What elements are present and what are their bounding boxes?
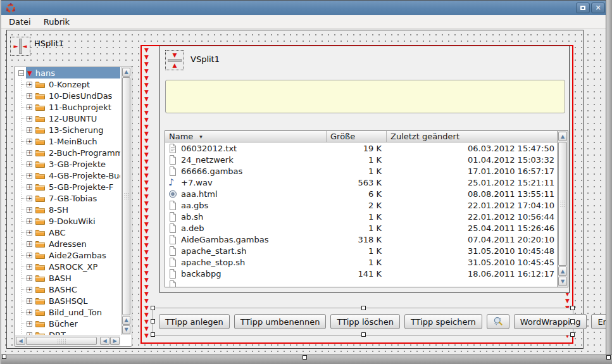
selection-handle[interactable] [570,332,575,337]
expand-box[interactable]: + [27,253,32,258]
wordwrapping-button[interactable]: WordWrapping [514,314,587,329]
vsplit-icon[interactable]: ▼ ▲ [165,50,184,70]
tree-vscroll-thumb[interactable] [122,77,130,315]
column-header-name[interactable]: Name ▾ [165,131,327,142]
expand-box[interactable]: + [27,321,32,327]
selection-handle[interactable] [151,319,155,323]
button-panel[interactable]: TTipp anlegenTTipp umbenennenTTipp lösch… [153,308,573,336]
expand-box[interactable]: + [27,310,32,315]
expand-box[interactable]: + [27,93,32,99]
scroll-left-icon[interactable]: ◀ [100,337,109,345]
tree-root-row[interactable]: − ▼ hans [15,67,120,78]
table-row[interactable]: ♪+7.wav563 K25.01.2012 15:21:11 [165,177,557,188]
menu-rubrik[interactable]: Rubrik [37,16,76,28]
tree-item[interactable]: +2-Buch-Programme [15,147,120,158]
expand-box[interactable]: + [27,127,32,133]
magnifier-button[interactable] [487,314,509,329]
tree-item[interactable]: +Bücher [15,318,120,329]
form-designer-surface[interactable]: ► ◄ HSplit1 − ▼ hans +0-Konzept+10-DiesU… [1,29,607,355]
expand-box[interactable]: + [27,241,32,247]
form-resize-handle[interactable] [303,355,307,360]
expand-box[interactable]: + [27,161,32,167]
tree-item[interactable]: +Adressen [15,238,120,249]
table-row[interactable]: 24_netzwerk1 K01.04.2012 15:03:32 [165,154,557,165]
ttipp-speichern-button[interactable]: TTipp speichern [404,314,482,329]
expand-box[interactable]: + [27,332,32,336]
close-button[interactable]: ✕ [591,3,605,13]
tree-item[interactable]: +BASHSQL [15,295,120,306]
table-row[interactable]: AideGambas.gambas318 K07.04.2011 20:20:1… [165,234,557,245]
tree-item[interactable]: +0-Konzept [15,78,120,90]
tree-item[interactable]: +5-GB-Projekte-F [15,181,120,192]
expand-box[interactable]: + [27,184,32,190]
tree-item[interactable]: +10-DiesUndDas [15,90,120,101]
table-row[interactable]: apache_start.sh1 K31.05.2010 10:45:48 [165,245,557,256]
tree-item[interactable]: +Bild_und_Ton [15,306,120,318]
tree-item[interactable]: +9-DokuWiki [15,215,120,227]
table-row[interactable]: apache_stop.sh1 K31.05.2010 10:45:45 [165,256,557,268]
tree-item[interactable]: +4-GB-Projekte-Buch [15,170,120,181]
expand-box[interactable]: + [27,264,32,270]
ttipp-l-schen-button[interactable]: TTipp löschen [330,314,399,329]
expand-box[interactable]: + [27,173,32,179]
scroll-up-icon[interactable]: ▲ [558,267,567,276]
table-row[interactable]: 66666.gambas1 K17.01.2010 16:57:17 [165,165,557,177]
scroll-up-icon[interactable]: ▲ [122,316,130,325]
table-row[interactable]: aa.gbs2 K22.01.2012 17:04:10 [165,199,557,211]
expand-box[interactable]: + [27,104,32,110]
tree-hscroll-thumb[interactable] [26,337,97,345]
tree-item[interactable]: +11-Buchprojekt [15,101,120,113]
collapse-box[interactable]: − [18,70,24,76]
tree-item[interactable]: +Aide2Gambas [15,249,120,261]
file-grid[interactable]: Name ▾ Größe Zuletzt geändert 06032012.t… [165,130,568,287]
tree-hscroll-trough[interactable] [97,337,99,345]
tip-textarea[interactable] [165,80,565,113]
tree-item[interactable]: +7-GB-Tobias [15,192,120,204]
selection-handle[interactable] [361,306,366,310]
selection-handle[interactable] [361,332,366,337]
scroll-right-icon[interactable]: ▶ [110,337,120,345]
titlebar[interactable]: ✕ [1,0,612,15]
tree-horizontal-scrollbar[interactable]: ◀ ◀ ▶ [15,336,120,346]
tree-item[interactable]: +8-SH [15,204,120,215]
form-resize-handle[interactable] [2,355,6,359]
scroll-down-icon[interactable]: ▼ [558,277,567,286]
selection-handle[interactable] [570,306,575,310]
tree-item[interactable]: +ASROCK_XP [15,261,120,272]
tree-item[interactable]: +3-GB-Projekte [15,158,120,170]
directory-tree[interactable]: − ▼ hans +0-Konzept+10-DiesUndDas+11-Buc… [14,66,132,347]
column-header-size[interactable]: Größe [327,131,387,142]
expand-box[interactable]: + [27,139,32,144]
table-row[interactable]: ab.sh1 K22.01.2012 10:56:44 [165,211,557,222]
table-row[interactable] [165,279,557,287]
form-resize-handle[interactable] [606,355,611,360]
expand-box[interactable]: + [27,230,32,235]
scroll-up-icon[interactable]: ▲ [122,68,130,77]
tree-item[interactable]: +1-MeinBuch [15,135,120,147]
scroll-up-icon[interactable]: ▲ [558,132,567,141]
selection-handle[interactable] [151,306,155,310]
expand-box[interactable]: + [27,287,32,292]
grid-vscroll-thumb[interactable] [558,142,567,266]
tree-item[interactable]: +BASH [15,272,120,284]
expand-box[interactable]: + [27,82,32,87]
selection-handle[interactable] [570,319,575,323]
expand-box[interactable]: + [27,298,32,304]
tree-item[interactable]: +DBT [15,329,120,335]
hsplit-icon[interactable]: ► ◄ [10,37,30,56]
expand-box[interactable]: + [27,218,32,224]
table-row[interactable]: backabpg141 K18.06.2011 16:12:17 [165,268,557,279]
column-header-modified[interactable]: Zuletzt geändert [387,131,557,142]
expand-box[interactable]: + [27,150,32,156]
grid-vertical-scrollbar[interactable]: ▲ ▲ ▼ [557,131,568,287]
maximize-button[interactable] [576,3,590,13]
table-row[interactable]: a.deb1 K25.04.2011 15:26:46 [165,222,557,234]
selection-handle[interactable] [151,332,155,337]
expand-box[interactable]: + [27,275,32,281]
window-right-resize-bar[interactable] [606,0,612,364]
tree-vertical-scrollbar[interactable]: ▲ ▲ ▼ [121,67,131,335]
tree-item[interactable]: +ABC [15,227,120,238]
expand-box[interactable]: + [27,116,32,122]
ttipp-anlegen-button[interactable]: TTipp anlegen [159,314,230,329]
scroll-down-icon[interactable]: ▼ [122,325,130,334]
